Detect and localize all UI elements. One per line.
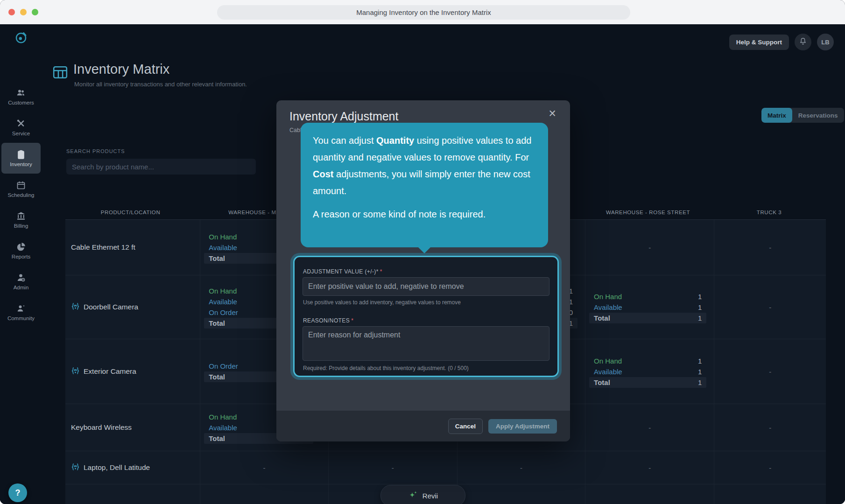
product-cell[interactable]: Keyboard Wireless [65,404,200,451]
help-fab-button[interactable]: ? [8,483,27,502]
clipboard-check-icon [16,149,26,160]
bank-icon [16,211,26,221]
inventory-cell[interactable]: - [714,339,826,404]
serialized-product-icon [71,302,80,313]
inventory-cell[interactable]: - [714,220,826,275]
product-cell[interactable]: Cable Ethernet 12 ft [65,220,200,275]
app-window: Managing Inventory on the Inventory Matr… [0,0,845,504]
cancel-button[interactable]: Cancel [448,419,483,434]
stat-line: On Hand1 [589,356,706,366]
bell-icon [799,37,807,47]
inventory-cell[interactable]: On Order1 [200,484,328,504]
view-toggle: Matrix Reservations [761,108,844,123]
sidebar-item-reports[interactable]: Reports [0,235,42,266]
inventory-cell[interactable]: - [585,404,714,451]
stat-line: Total1 [589,377,706,388]
sidebar-item-customers[interactable]: Customers [0,81,42,112]
product-name: Keyboard Wireless [71,423,132,432]
product-cell[interactable]: Exterior Camera [65,339,200,404]
tooltip-arrow [418,247,431,253]
empty-value-dash: - [585,404,714,451]
inventory-cell[interactable] [457,484,585,504]
adjustment-value-input[interactable] [303,277,549,296]
zoom-window-button[interactable] [32,9,38,15]
tools-icon [16,119,26,129]
stat-line: Total1 [589,313,706,323]
window-title: Managing Inventory on the Inventory Matr… [217,5,630,20]
sidebar-item-label: Reports [12,254,30,259]
product-cell[interactable]: Doorbell Camera [65,275,200,339]
empty-value-dash: - [585,451,714,484]
column-header: WAREHOUSE - ROSE STREET [583,205,713,219]
tooltip-paragraph-1: You can adjust Quantity using positive v… [313,132,536,199]
community-icon [16,303,26,314]
sidebar-item-service[interactable]: Service [0,112,42,143]
app-root: Help & Support LB Customers [0,24,845,504]
sidebar-item-label: Community [7,315,35,321]
apply-adjustment-button[interactable]: Apply Adjustment [488,419,557,434]
sparkles-icon [408,490,418,502]
adjustment-value-label: ADJUSTMENT VALUE (+/-)** [303,268,382,275]
stat-line: Available1 [589,366,706,377]
user-avatar[interactable]: LB [817,34,834,50]
minimize-window-button[interactable] [20,9,27,15]
inventory-cell[interactable]: - [200,451,328,484]
revii-assistant-button[interactable]: Revii [380,485,465,504]
product-name: Laptop, Dell Latitude [84,463,150,472]
empty-value-dash: - [200,451,328,484]
reason-helper-text: Required: Provide details about this inv… [303,365,469,371]
inventory-cell[interactable]: - [585,220,714,275]
empty-value-dash: - [714,275,826,339]
inventory-cell[interactable]: On Hand1Available1Total1 [585,275,714,339]
sidebar-item-label: Admin [14,285,29,290]
product-cell[interactable]: Laptop, Dell Latitude [65,451,200,484]
app-logo-icon[interactable] [14,30,28,46]
empty-value-dash: - [458,451,585,484]
empty-value-dash: - [714,451,826,484]
sidebar-item-admin[interactable]: Admin [0,266,42,297]
sidebar-item-billing[interactable]: Billing [0,204,42,235]
sidebar-item-community[interactable]: Community [0,297,42,328]
sidebar-item-label: Inventory [10,161,32,167]
serialized-product-icon [71,366,80,377]
dialog-footer: Cancel Apply Adjustment [276,411,570,441]
sidebar-item-scheduling[interactable]: Scheduling [0,174,42,204]
search-input[interactable] [66,159,256,175]
form-spotlight-region: ADJUSTMENT VALUE (+/-)** Use positive va… [293,256,559,377]
close-icon[interactable]: × [546,107,559,120]
inventory-cell[interactable] [714,484,826,504]
inventory-cell[interactable]: - [457,451,585,484]
inventory-cell[interactable]: - [714,275,826,339]
sidebar-item-label: Service [12,131,30,136]
column-header: PRODUCT/LOCATION [65,205,196,219]
sidebar-item-label: Scheduling [8,192,35,198]
close-window-button[interactable] [8,9,15,15]
inventory-cell[interactable]: - [585,451,714,484]
notifications-button[interactable] [795,34,811,50]
empty-value-dash: - [714,339,826,404]
matrix-grid-icon [52,64,68,82]
search-products-label: SEARCH PRODUCTS [66,148,125,154]
inventory-cell[interactable]: - [714,404,826,451]
sidebar-item-label: Billing [14,223,28,229]
page-subtitle: Monitor all inventory transactions and o… [74,81,247,88]
empty-value-dash: - [714,220,826,275]
inventory-cell[interactable]: On Hand1Available1Total1 [585,339,714,404]
page-title: Inventory Matrix [73,62,169,77]
tab-matrix[interactable]: Matrix [761,108,792,123]
inventory-cell[interactable]: - [328,451,457,484]
help-support-button[interactable]: Help & Support [729,35,789,50]
product-cell[interactable] [65,484,200,504]
tab-reservations[interactable]: Reservations [792,108,844,123]
inventory-cell[interactable]: - [714,451,826,484]
reason-notes-textarea[interactable] [303,326,549,361]
empty-value-dash: - [585,220,714,275]
reason-notes-label: REASON/NOTES* [303,317,353,324]
customers-icon [16,88,26,98]
required-asterisk: * [380,268,382,275]
inventory-cell[interactable] [585,484,714,504]
dialog-title: Inventory Adjustment [289,110,398,123]
product-name: Exterior Camera [84,367,136,376]
sidebar-item-inventory[interactable]: Inventory [1,143,41,174]
adjustment-helper-text: Use positive values to add inventory, ne… [303,299,461,306]
